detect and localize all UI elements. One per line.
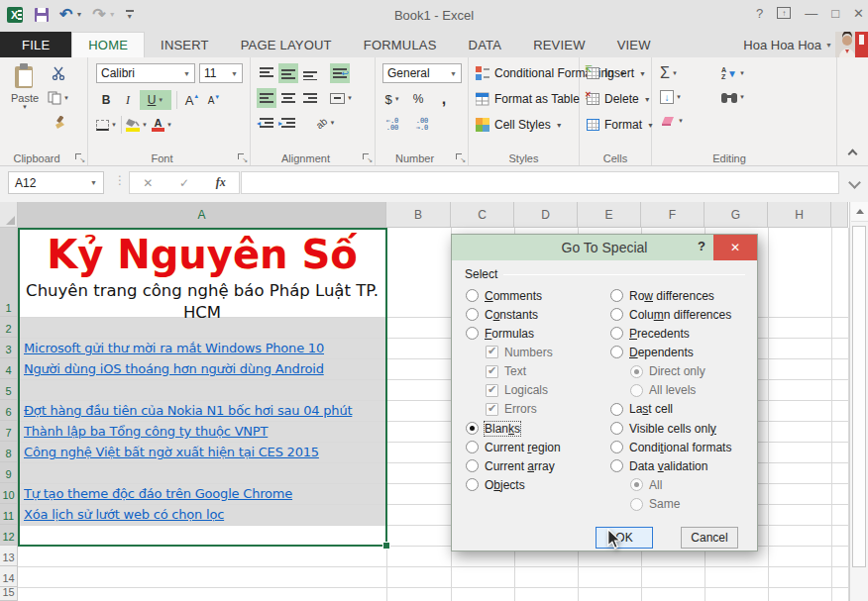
percent-style-button[interactable]: % bbox=[408, 89, 428, 109]
radio-unchecked-icon[interactable] bbox=[610, 346, 623, 358]
fill-button[interactable]: ↓▼ bbox=[660, 87, 721, 107]
column-header-B[interactable]: B bbox=[386, 202, 451, 228]
column-header-A[interactable]: A bbox=[18, 202, 386, 228]
account-menu[interactable]: Hoa Hoa Hoa ▼ bbox=[743, 32, 832, 57]
column-header-D[interactable]: D bbox=[514, 202, 578, 228]
underline-button[interactable]: U▼ bbox=[140, 90, 171, 110]
dialog-option-precedents[interactable]: Precedents bbox=[610, 324, 755, 343]
radio-unchecked-icon[interactable] bbox=[610, 289, 623, 302]
ok-button[interactable]: OK bbox=[596, 527, 653, 549]
font-dialog-launcher[interactable] bbox=[237, 152, 247, 162]
row-header-1[interactable]: 1 bbox=[0, 228, 18, 317]
row-header-2[interactable]: 2 bbox=[0, 317, 18, 338]
dialog-option-column-differences[interactable]: Column differences bbox=[610, 305, 755, 324]
clear-button[interactable]: ▼ bbox=[660, 111, 721, 131]
clipboard-dialog-launcher[interactable] bbox=[74, 152, 84, 162]
increase-indent-button[interactable] bbox=[278, 113, 298, 133]
font-size-combo[interactable]: 11▼ bbox=[199, 63, 243, 83]
fill-color-button[interactable]: ▼ bbox=[126, 115, 148, 135]
cut-button[interactable] bbox=[48, 63, 69, 83]
dialog-option-objects[interactable]: Objects bbox=[466, 475, 609, 494]
dialog-option-data-validation[interactable]: Data validation bbox=[610, 456, 755, 475]
sort-filter-button[interactable]: AZ▼▼ bbox=[721, 63, 783, 83]
tab-data[interactable]: DATA bbox=[453, 32, 518, 57]
alignment-dialog-launcher[interactable] bbox=[362, 152, 372, 162]
vertical-scrollbar[interactable] bbox=[849, 202, 868, 601]
decrease-font-size-button[interactable]: A▼ bbox=[204, 90, 224, 110]
decrease-indent-button[interactable] bbox=[257, 113, 276, 133]
tab-review[interactable]: REVIEW bbox=[517, 32, 600, 57]
dialog-option-dependents[interactable]: Dependents bbox=[610, 343, 755, 361]
fill-handle[interactable] bbox=[382, 542, 390, 550]
radio-unchecked-icon[interactable] bbox=[610, 422, 623, 435]
autosum-button[interactable]: Σ▼ bbox=[660, 63, 721, 83]
save-button[interactable] bbox=[34, 7, 50, 23]
tab-insert[interactable]: INSERT bbox=[145, 32, 225, 57]
accounting-format-button[interactable]: $▼ bbox=[382, 89, 402, 109]
cancel-button[interactable]: Cancel bbox=[681, 527, 738, 549]
dialog-option-visible-cells-only[interactable]: Visible cells only bbox=[610, 419, 755, 438]
center-button[interactable] bbox=[278, 88, 298, 108]
excel-app-icon[interactable]: X bbox=[6, 6, 24, 24]
scroll-up-button[interactable] bbox=[851, 202, 868, 222]
cell-styles-button[interactable]: Cell Styles▼ bbox=[471, 114, 568, 136]
dialog-option-blanks[interactable]: Blanks bbox=[466, 419, 609, 438]
scrollbar-thumb[interactable] bbox=[852, 226, 866, 567]
dialog-option-comments[interactable]: Comments bbox=[466, 286, 609, 305]
radio-unchecked-icon[interactable] bbox=[610, 308, 623, 321]
borders-button[interactable]: ▼ bbox=[96, 115, 117, 135]
qat-customize-button[interactable]: ▼ bbox=[126, 10, 134, 20]
tab-view[interactable]: VIEW bbox=[601, 32, 667, 57]
column-header-C[interactable]: C bbox=[451, 202, 514, 228]
dialog-option-current-array[interactable]: Current array bbox=[466, 456, 609, 475]
insert-function-button[interactable]: fx bbox=[216, 175, 226, 190]
row-header-3[interactable]: 3 bbox=[0, 338, 18, 358]
formula-bar-splitter[interactable]: ⋮ bbox=[114, 173, 127, 187]
formula-input[interactable] bbox=[241, 171, 839, 194]
user-avatar[interactable] bbox=[835, 32, 868, 57]
radio-unchecked-icon[interactable] bbox=[610, 459, 623, 472]
find-select-button[interactable]: ▼ bbox=[721, 87, 783, 107]
chevron-down-icon[interactable]: ▼ bbox=[75, 11, 82, 18]
row-header-11[interactable]: 11 bbox=[0, 504, 18, 525]
expand-formula-bar-button[interactable] bbox=[850, 178, 860, 188]
radio-unchecked-icon[interactable] bbox=[466, 289, 479, 302]
insert-cells-button[interactable]: ↸Insert▼ bbox=[582, 62, 651, 84]
orientation-button[interactable]: ab▼ bbox=[316, 113, 336, 133]
cancel-entry-button[interactable]: ✕ bbox=[143, 176, 153, 190]
maximize-button[interactable]: □ bbox=[831, 6, 839, 21]
enter-entry-button[interactable]: ✓ bbox=[179, 176, 189, 190]
dialog-option-current-region[interactable]: Current region bbox=[466, 438, 609, 456]
dialog-close-button[interactable]: ✕ bbox=[713, 235, 757, 260]
row-header-12[interactable]: 12 bbox=[0, 525, 18, 546]
ribbon-display-options-button[interactable]: ↑ bbox=[777, 7, 791, 19]
font-color-button[interactable]: A▼ bbox=[152, 115, 172, 135]
increase-decimal-button[interactable]: ←.0.00 bbox=[382, 115, 402, 135]
decrease-decimal-button[interactable]: .00→.0 bbox=[412, 115, 432, 135]
paste-button[interactable]: Paste ▼ bbox=[8, 63, 42, 110]
font-name-combo[interactable]: Calibri▼ bbox=[96, 63, 195, 83]
tab-file[interactable]: FILE bbox=[0, 32, 71, 57]
column-header-H[interactable]: H bbox=[768, 202, 831, 228]
italic-button[interactable]: I bbox=[118, 90, 138, 110]
number-dialog-launcher[interactable] bbox=[455, 152, 465, 162]
row-header-5[interactable]: 5 bbox=[0, 379, 18, 400]
radio-unchecked-icon[interactable] bbox=[610, 327, 623, 340]
dialog-titlebar[interactable]: Go To Special ? ✕ bbox=[452, 235, 757, 260]
redo-button[interactable]: ↷▼ bbox=[92, 5, 115, 24]
format-as-table-button[interactable]: Format as Table▼ bbox=[471, 88, 597, 110]
name-box[interactable]: A12▼ bbox=[8, 171, 104, 194]
row-header-9[interactable]: 9 bbox=[0, 462, 18, 483]
bold-button[interactable]: B bbox=[96, 90, 116, 110]
row-header-6[interactable]: 6 bbox=[0, 400, 18, 421]
radio-checked-icon[interactable] bbox=[466, 422, 479, 435]
increase-font-size-button[interactable]: A▲ bbox=[182, 90, 202, 110]
top-align-button[interactable] bbox=[257, 63, 276, 83]
bottom-align-button[interactable] bbox=[300, 63, 320, 83]
close-button[interactable]: ✕ bbox=[853, 6, 864, 21]
format-painter-button[interactable] bbox=[48, 113, 69, 133]
minimize-button[interactable]: — bbox=[805, 6, 817, 21]
row-header-13[interactable]: 13 bbox=[0, 546, 18, 566]
column-header-F[interactable]: F bbox=[641, 202, 705, 228]
row-header-15[interactable]: 15 bbox=[0, 587, 18, 601]
